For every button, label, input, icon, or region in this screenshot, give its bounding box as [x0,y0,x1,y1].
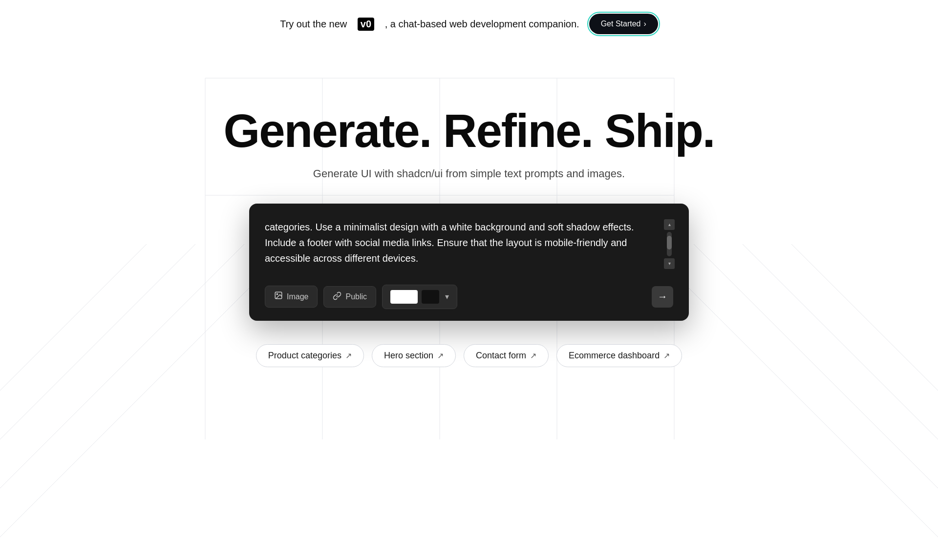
prompt-scrollbar[interactable]: ▴ ▾ [665,219,673,269]
quick-prompt-label: Contact form [476,351,526,361]
scroll-up-arrow[interactable]: ▴ [664,219,675,230]
image-label: Image [287,292,308,301]
banner-text: Try out the new v0 , a chat-based web de… [280,18,579,31]
public-label: Public [345,292,367,301]
main-content: Generate. Refine. Ship. Generate UI with… [0,48,938,367]
svg-point-16 [277,294,277,295]
public-button[interactable]: Public [323,286,376,308]
v0-logo: v0 [358,18,374,31]
quick-prompts: Product categories ↗ Hero section ↗ Cont… [256,344,682,367]
hero-subtitle: Generate UI with shadcn/ui from simple t… [313,167,625,180]
scroll-track [667,232,672,256]
chip-arrow-icon: ↗ [437,351,444,360]
prompt-text-area: categories. Use a minimalist design with… [265,219,673,269]
chip-arrow-icon: ↗ [663,351,670,360]
model-chevron-icon: ▾ [445,292,449,301]
image-button[interactable]: Image [265,286,318,308]
chip-arrow-icon: ↗ [345,351,352,360]
model-toggle-dark [422,290,439,304]
scroll-down-arrow[interactable]: ▾ [664,258,675,269]
banner-text-before: Try out the new [280,19,347,30]
get-started-label: Get Started [601,20,641,28]
quick-prompt-product-categories[interactable]: Product categories ↗ [256,344,364,367]
quick-prompt-hero-section[interactable]: Hero section ↗ [372,344,456,367]
image-icon [274,291,283,302]
top-banner: Try out the new v0 , a chat-based web de… [0,0,938,48]
quick-prompt-label: Ecommerce dashboard [569,351,660,361]
model-toggle-light [390,290,418,304]
submit-arrow-icon: → [658,291,667,302]
scroll-thumb[interactable] [667,236,672,249]
model-selector[interactable]: ▾ [382,285,457,309]
banner-text-after: , a chat-based web development companion… [385,19,579,30]
prompt-box: categories. Use a minimalist design with… [249,204,689,321]
chip-arrow-icon: ↗ [530,351,536,360]
hero-title: Generate. Refine. Ship. [224,106,715,156]
get-started-arrow: › [644,20,646,28]
quick-prompt-ecommerce-dashboard[interactable]: Ecommerce dashboard ↗ [556,344,682,367]
link-icon [333,291,341,302]
prompt-toolbar: Image Public ▾ → [265,285,673,309]
quick-prompt-label: Hero section [384,351,433,361]
submit-button[interactable]: → [652,286,673,308]
quick-prompt-label: Product categories [268,351,341,361]
quick-prompt-contact-form[interactable]: Contact form ↗ [464,344,549,367]
prompt-text[interactable]: categories. Use a minimalist design with… [265,219,660,269]
get-started-button[interactable]: Get Started › [589,14,658,34]
